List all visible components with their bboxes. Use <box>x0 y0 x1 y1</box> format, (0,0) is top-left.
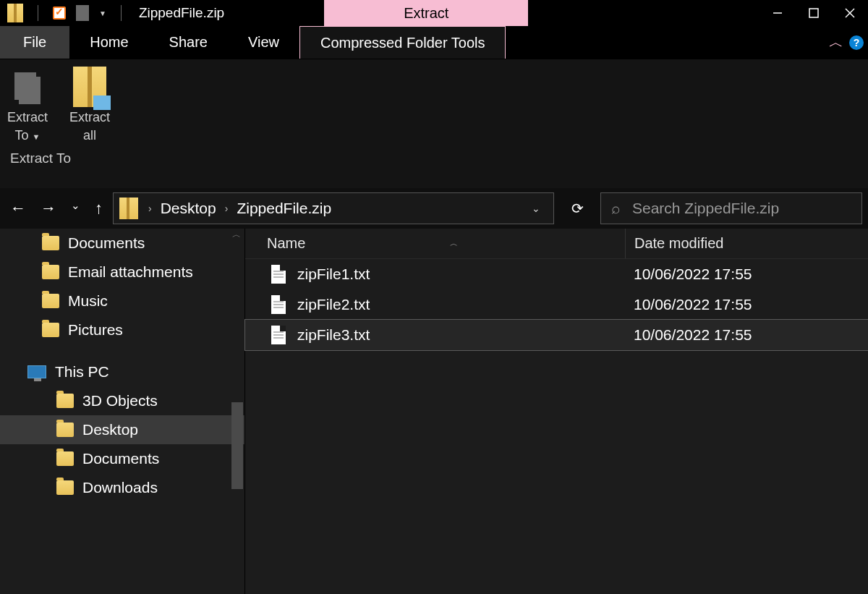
search-icon: ⌕ <box>611 200 621 217</box>
sidebar-item-label: Documents <box>68 234 145 252</box>
text-file-icon <box>271 295 286 314</box>
breadcrumb-sep-icon[interactable]: › <box>144 203 156 214</box>
close-button[interactable] <box>832 0 868 26</box>
help-icon[interactable]: ? <box>849 35 864 50</box>
new-folder-icon[interactable] <box>76 5 89 21</box>
extract-all-button[interactable]: Extract all <box>69 67 110 143</box>
title-bar: ▼ ZippedFile.zip Extract <box>0 0 868 26</box>
forward-button[interactable]: → <box>41 199 56 218</box>
scroll-up-icon[interactable]: ︿ <box>230 229 243 241</box>
column-header-name[interactable]: Name︿ <box>245 235 625 252</box>
sidebar-item-3d-objects[interactable]: 3D Objects <box>0 386 244 415</box>
ribbon-group-label: Extract To <box>7 143 110 166</box>
sidebar-item-label: Desktop <box>82 421 138 438</box>
folder-icon <box>56 480 74 495</box>
tab-view[interactable]: View <box>228 26 299 59</box>
navigation-bar: ← → ⌄ ↑ › Desktop › ZippedFile.zip ⌄ ⟳ ⌕… <box>0 188 868 229</box>
folder-icon <box>42 323 59 337</box>
svg-rect-1 <box>809 9 818 17</box>
column-header-label: Date modified <box>634 235 723 252</box>
sidebar-item-documents2[interactable]: Documents <box>0 444 244 473</box>
address-dropdown-icon[interactable]: ⌄ <box>522 203 550 214</box>
folder-icon <box>56 423 74 437</box>
column-header-label: Name <box>267 235 305 252</box>
file-name: zipFile3.txt <box>297 326 370 344</box>
extract-to-label: Extract <box>7 110 48 125</box>
chevron-down-icon: ▼ <box>33 132 41 141</box>
sidebar-item-email-attachments[interactable]: Email attachments <box>0 258 244 287</box>
extract-to-label2: To ▼ <box>15 128 41 143</box>
text-file-icon <box>271 326 286 344</box>
refresh-button[interactable]: ⟳ <box>560 192 595 224</box>
folder-icon <box>42 236 59 250</box>
quick-access-toolbar: ▼ <box>0 0 133 26</box>
qat-dropdown-icon[interactable]: ▼ <box>99 9 106 17</box>
sidebar-item-pictures[interactable]: Pictures <box>0 315 244 344</box>
sidebar-item-label: Downloads <box>82 479 158 496</box>
extract-all-label2: all <box>83 128 96 143</box>
sidebar-scrollbar[interactable]: ︿ <box>230 229 243 594</box>
extract-to-icon <box>7 67 48 107</box>
ribbon-tabs: File Home Share View Compressed Folder T… <box>0 26 868 59</box>
folder-icon <box>42 265 59 279</box>
breadcrumb-desktop[interactable]: Desktop <box>156 200 221 217</box>
file-row[interactable]: zipFile2.txt 10/06/2022 17:55 <box>245 289 868 320</box>
folder-icon <box>42 294 59 308</box>
tab-share[interactable]: Share <box>149 26 228 59</box>
folder-icon <box>56 394 74 408</box>
sort-asc-icon: ︿ <box>450 238 458 249</box>
folder-icon <box>56 451 74 466</box>
minimize-button[interactable] <box>760 0 796 26</box>
file-date: 10/06/2022 17:55 <box>625 296 868 313</box>
file-name: zipFile1.txt <box>297 266 370 283</box>
tab-file[interactable]: File <box>0 26 69 59</box>
window-title: ZippedFile.zip <box>133 5 230 21</box>
column-header-date[interactable]: Date modified <box>625 229 868 258</box>
sidebar-item-downloads[interactable]: Downloads <box>0 473 244 502</box>
maximize-button[interactable] <box>796 0 832 26</box>
context-tab-extract[interactable]: Extract <box>324 0 528 26</box>
up-button[interactable]: ↑ <box>95 199 103 218</box>
recent-dropdown[interactable]: ⌄ <box>71 199 80 218</box>
navigation-pane: Documents Email attachments Music Pictur… <box>0 229 244 594</box>
properties-icon[interactable] <box>53 7 66 20</box>
extract-all-label: Extract <box>69 110 110 125</box>
sidebar-item-label: 3D Objects <box>82 392 158 410</box>
sidebar-item-label: Music <box>68 292 108 310</box>
file-row[interactable]: zipFile3.txt 10/06/2022 17:55 <box>245 320 868 350</box>
collapse-ribbon-icon[interactable]: ︿ <box>829 33 843 52</box>
main-area: Documents Email attachments Music Pictur… <box>0 229 868 594</box>
file-date: 10/06/2022 17:55 <box>625 326 868 344</box>
sidebar-item-label: Email attachments <box>68 263 193 281</box>
search-box[interactable]: ⌕ Search ZippedFile.zip <box>600 192 862 224</box>
svg-rect-5 <box>19 77 41 104</box>
column-headers: Name︿ Date modified <box>245 229 868 259</box>
sidebar-item-label: Documents <box>82 450 159 467</box>
sidebar-item-music[interactable]: Music <box>0 287 244 315</box>
sidebar-item-desktop[interactable]: Desktop <box>0 415 244 444</box>
file-name: zipFile2.txt <box>297 296 370 313</box>
ribbon-body: Extract To ▼ Extract all Extract To <box>0 59 868 188</box>
tab-home[interactable]: Home <box>69 26 148 59</box>
extract-to-button[interactable]: Extract To ▼ <box>7 67 48 143</box>
sidebar-item-this-pc[interactable]: This PC <box>0 357 244 386</box>
divider <box>121 5 122 21</box>
breadcrumb-zip-icon <box>119 198 138 219</box>
this-pc-icon <box>27 365 46 378</box>
divider <box>38 5 38 21</box>
address-bar[interactable]: › Desktop › ZippedFile.zip ⌄ <box>113 192 554 224</box>
file-date: 10/06/2022 17:55 <box>625 266 868 283</box>
sidebar-item-label: Pictures <box>68 321 123 339</box>
extract-all-icon <box>73 67 106 107</box>
text-file-icon <box>271 265 286 284</box>
search-placeholder: Search ZippedFile.zip <box>632 200 779 217</box>
scroll-thumb[interactable] <box>231 402 243 489</box>
breadcrumb-zippedfile[interactable]: ZippedFile.zip <box>232 200 336 217</box>
tab-compressed-folder-tools[interactable]: Compressed Folder Tools <box>299 26 506 59</box>
file-row[interactable]: zipFile1.txt 10/06/2022 17:55 <box>245 259 868 289</box>
file-list: Name︿ Date modified zipFile1.txt 10/06/2… <box>244 229 868 594</box>
breadcrumb-sep-icon[interactable]: › <box>221 203 233 214</box>
sidebar-item-documents[interactable]: Documents <box>0 229 244 258</box>
back-button[interactable]: ← <box>10 199 26 218</box>
app-zip-icon <box>7 4 23 22</box>
